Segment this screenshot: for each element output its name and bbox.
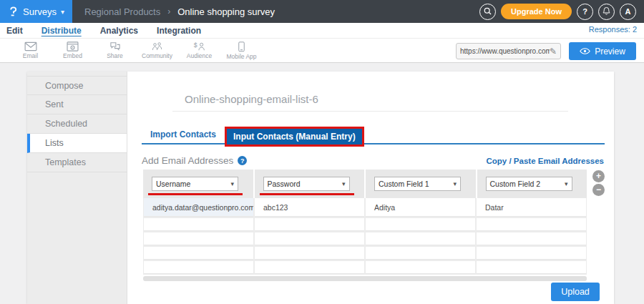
column-select-value: Username (156, 180, 190, 188)
survey-url-value: https://www.questionpro.com/t/APNrFZ (460, 47, 550, 55)
table-cell-custom-1[interactable] (366, 261, 475, 274)
survey-url-field[interactable]: https://www.questionpro.com/t/APNrFZ ✎ (456, 43, 561, 59)
breadcrumb-parent[interactable]: Regional Products (84, 6, 160, 17)
column-select-custom-field-2[interactable]: Custom Field 2 ▾ (486, 177, 572, 191)
annotation-box: Input Contacts (Manual Entry) (225, 127, 364, 147)
upload-button[interactable]: Upload (551, 283, 600, 301)
tab-import-contacts[interactable]: Import Contacts (142, 126, 225, 143)
list-detail-panel: Online-shopping-email-list-6 Import Cont… (127, 72, 614, 304)
select-caret-icon: ▾ (565, 180, 568, 187)
chevron-down-icon: ▾ (61, 8, 64, 16)
column-mapping-header: Username ▾ Password ▾ (143, 170, 587, 198)
column-header-username: Username ▾ (143, 170, 253, 198)
table-cell-custom-2[interactable] (477, 232, 586, 245)
help-button[interactable]: ? (577, 4, 593, 20)
table-cell-custom-2[interactable]: Datar (477, 198, 586, 217)
table-cell-custom-1[interactable] (366, 247, 475, 260)
audience-icon: $ (193, 41, 206, 52)
column-select-username[interactable]: Username ▾ (152, 177, 238, 191)
svg-text:$: $ (193, 41, 197, 49)
nav-item-distribute[interactable]: Distribute (42, 26, 82, 36)
horizontal-scrollbar[interactable] (143, 276, 587, 281)
add-email-addresses-title: Add Email Addresses ? (142, 155, 247, 166)
toolbar-item-mobile-app[interactable]: Mobile App (220, 41, 263, 60)
column-select-password[interactable]: Password ▾ (263, 177, 350, 191)
table-cell-custom-2[interactable] (477, 247, 586, 260)
table-cell-email[interactable]: aditya.datar@questionpro.com (144, 198, 253, 217)
email-sidebar: Compose Sent Scheduled Lists Templates (27, 72, 127, 304)
top-header: Surveys ▾ Regional Products › Online sho… (0, 0, 644, 23)
nav-item-analytics[interactable]: Analytics (100, 26, 138, 36)
table-cell-custom-2[interactable] (477, 218, 586, 231)
table-cell-custom-1[interactable] (366, 232, 475, 245)
question-mark-icon: ? (582, 7, 587, 16)
notifications-button[interactable] (598, 4, 615, 20)
table-cell-password[interactable] (255, 261, 364, 274)
email-entry-table: Username ▾ Password ▾ (143, 170, 587, 281)
toolbar-item-email[interactable]: Email (9, 41, 52, 59)
sidebar-item-templates[interactable]: Templates (27, 153, 127, 172)
toolbar-item-audience[interactable]: $ Audience (178, 41, 220, 59)
toolbar-item-label: Community (142, 52, 172, 59)
toolbar-item-share[interactable]: Share (94, 41, 136, 59)
table-cell-email[interactable] (144, 218, 253, 231)
search-icon (483, 6, 492, 17)
search-button[interactable] (479, 4, 496, 20)
preview-button[interactable]: Preview (569, 42, 636, 60)
upgrade-now-button[interactable]: Upgrade Now (501, 4, 572, 19)
toolbar-item-label: Email (23, 52, 38, 59)
column-header-custom-field-2: Custom Field 2 ▾ (477, 170, 587, 198)
embed-icon (67, 41, 79, 52)
select-caret-icon: ▾ (453, 180, 457, 187)
product-name: Surveys (23, 6, 57, 17)
table-cell-email[interactable] (144, 232, 253, 245)
table-cell-password[interactable] (255, 247, 364, 260)
community-icon (151, 41, 164, 52)
help-tooltip-icon[interactable]: ? (238, 156, 247, 165)
table-cell-custom-1[interactable] (366, 218, 475, 231)
list-name-field[interactable]: Online-shopping-email-list-6 (172, 87, 568, 112)
table-cell-password[interactable] (255, 218, 364, 231)
email-icon (24, 41, 37, 52)
contacts-tabbar: Import Contacts Input Contacts (Manual E… (142, 127, 605, 144)
toolbar-item-label: Share (107, 52, 123, 59)
sidebar-item-scheduled[interactable]: Scheduled (27, 114, 127, 134)
nav-item-integration[interactable]: Integration (157, 26, 201, 36)
annotation-underline (148, 193, 243, 195)
product-switcher[interactable]: Surveys ▾ (0, 0, 72, 23)
email-entry-rows: aditya.datar@questionpro.com abc123 Adit… (143, 198, 587, 275)
distribute-toolbar: Email Embed Share Community $ Audience (0, 38, 644, 63)
add-email-addresses-label: Add Email Addresses (142, 155, 233, 166)
tab-input-contacts-manual-entry[interactable]: Input Contacts (Manual Entry) (227, 129, 362, 144)
table-cell-custom-1[interactable]: Aditya (366, 198, 475, 217)
table-cell-email[interactable] (144, 261, 253, 274)
sidebar-item-sent[interactable]: Sent (27, 95, 127, 114)
mobile-app-icon (238, 41, 245, 52)
toolbar-item-label: Mobile App (226, 53, 256, 60)
column-select-value: Custom Field 1 (379, 180, 429, 188)
toolbar-item-label: Embed (63, 52, 82, 59)
add-row-button[interactable]: + (592, 170, 605, 182)
breadcrumb-separator-icon: › (167, 6, 170, 16)
avatar[interactable]: A (620, 4, 636, 20)
nav-item-edit[interactable]: Edit (6, 26, 23, 36)
toolbar-item-community[interactable]: Community (136, 41, 178, 59)
toolbar-item-embed[interactable]: Embed (52, 41, 94, 59)
table-cell-password[interactable]: abc123 (255, 198, 364, 217)
page: Surveys ▾ Regional Products › Online sho… (0, 0, 644, 304)
table-cell-password[interactable] (255, 232, 364, 245)
copy-paste-email-addresses-link[interactable]: Copy / Paste Email Addresses (487, 157, 604, 165)
edit-url-pencil-icon[interactable]: ✎ (550, 46, 557, 57)
toolbar-item-label: Audience (187, 52, 212, 59)
column-select-custom-field-1[interactable]: Custom Field 1 ▾ (374, 177, 461, 191)
sidebar-item-compose[interactable]: Compose (27, 76, 127, 95)
sidebar-item-lists[interactable]: Lists (27, 134, 127, 153)
table-cell-custom-2[interactable] (477, 261, 586, 274)
responses-count-link[interactable]: Responses: 2 (589, 25, 637, 34)
select-caret-icon: ▾ (230, 180, 234, 187)
column-header-password: Password ▾ (255, 170, 365, 198)
survey-nav: Edit Distribute Analytics Integration Re… (0, 23, 644, 38)
annotation-underline (260, 193, 354, 195)
remove-row-button[interactable]: − (592, 184, 605, 196)
table-cell-email[interactable] (144, 247, 253, 260)
